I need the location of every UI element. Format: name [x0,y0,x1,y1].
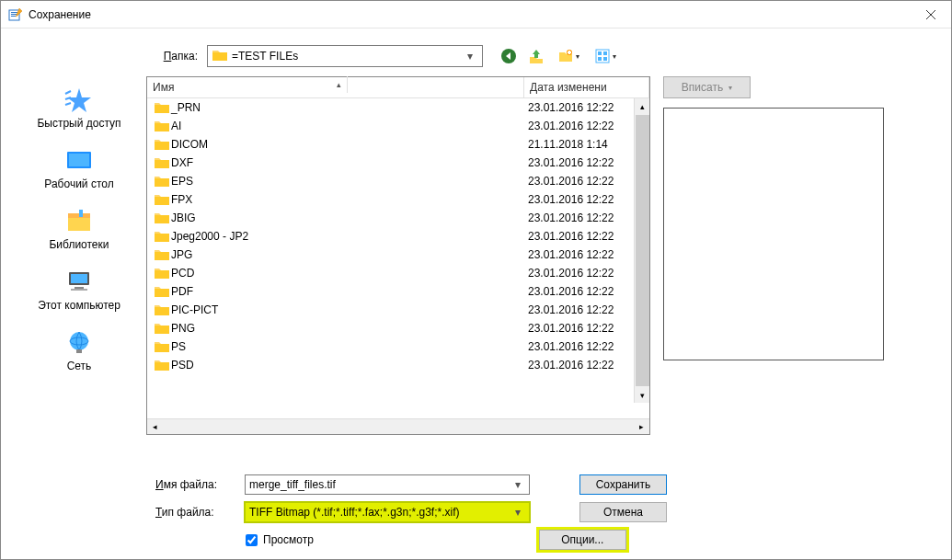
file-row[interactable]: PDF 23.01.2016 12:22 [147,282,649,301]
file-row[interactable]: DXF 23.01.2016 12:22 [147,154,649,172]
new-folder-button[interactable]: ▾ [553,46,584,66]
network-icon [62,328,97,358]
sidebar-item-label: Рабочий стол [44,177,113,190]
svg-rect-10 [71,274,87,283]
file-row[interactable]: JBIG 23.01.2016 12:22 [147,209,649,227]
chevron-down-icon: ▾ [728,84,732,92]
window-title: Сохранение [29,8,910,21]
fit-button[interactable]: Вписать ▾ [663,76,751,98]
folder-icon [153,228,171,245]
file-date: 23.01.2016 12:22 [528,230,614,243]
folder-icon [153,302,171,318]
file-date: 23.01.2016 12:22 [528,303,614,316]
scroll-thumb[interactable] [636,115,649,386]
file-row[interactable]: PCD 23.01.2016 12:22 [147,264,649,282]
places-sidebar: Быстрый доступ Рабочий стол Библиотеки Э… [19,45,139,550]
file-row[interactable]: _PRN 23.01.2016 12:22 [147,98,649,117]
filename-input[interactable]: merge_tiff_files.tif ▾ [245,474,530,495]
folder-icon [153,265,171,281]
file-row[interactable]: AI 23.01.2016 12:22 [147,117,649,135]
file-date: 21.11.2018 1:14 [528,138,608,151]
svg-rect-11 [75,287,84,289]
file-date: 23.01.2016 12:22 [528,211,614,224]
sidebar-item-label: Быстрый доступ [37,117,120,130]
file-row[interactable]: Jpeg2000 - JP2 23.01.2016 12:22 [147,227,649,246]
cancel-button[interactable]: Отмена [579,502,667,522]
file-name: FPX [171,193,528,206]
file-date: 23.01.2016 12:22 [528,120,614,132]
column-headers: Имя Дата изменени ▴ [147,77,649,98]
app-icon [8,7,23,22]
back-button[interactable] [498,46,520,66]
file-row[interactable]: PIC-PICT 23.01.2016 12:22 [147,301,649,319]
folder-icon [153,173,171,189]
file-name: PCD [171,267,528,280]
file-name: EPS [171,175,528,188]
column-modified[interactable]: Дата изменени [524,77,649,97]
preview-checkbox[interactable] [246,534,258,546]
sidebar-item-label: Этот компьютер [38,299,120,312]
file-date: 23.01.2016 12:22 [528,267,614,280]
sidebar-item-network[interactable]: Сеть [58,325,100,376]
save-button[interactable]: Сохранить [579,474,667,495]
filetype-label: Тип файла: [155,506,234,519]
file-row[interactable]: JPG 23.01.2016 12:22 [147,246,649,264]
file-name: JPG [171,248,528,261]
scroll-up-icon[interactable]: ▴ [635,98,650,114]
horizontal-scrollbar[interactable]: ◂ ▸ [147,418,649,434]
filename-label: Имя файла: [155,478,234,491]
file-date: 23.01.2016 12:22 [528,248,614,261]
file-date: 23.01.2016 12:22 [528,340,614,353]
svg-rect-12 [71,289,87,291]
quick-access-icon [62,86,97,115]
sidebar-item-desktop[interactable]: Рабочий стол [40,143,117,194]
folder-icon [153,246,171,263]
sidebar-item-quick-access[interactable]: Быстрый доступ [33,82,124,133]
file-date: 23.01.2016 12:22 [528,359,614,371]
sort-indicator-icon: ▴ [331,76,348,93]
file-date: 23.01.2016 12:22 [528,322,614,335]
scroll-left-icon[interactable]: ◂ [147,419,163,435]
file-row[interactable]: PNG 23.01.2016 12:22 [147,319,649,337]
filetype-select[interactable]: TIFF Bitmap (*.tif;*.tiff;*.fax;*.g3n;*.… [245,502,530,522]
file-name: AI [171,120,528,132]
computer-icon [62,268,97,297]
toolbar: ▾ ▾ [498,46,621,66]
svg-rect-22 [603,51,607,55]
folder-select[interactable]: =TEST FILEs ▾ [207,45,483,67]
options-button[interactable]: Опции... [539,530,626,550]
folder-icon [153,99,171,116]
dropdown-icon: ▾ [462,50,478,63]
file-list: Имя Дата изменени ▴ _PRN 23.01.2016 12:2… [146,76,650,435]
svg-rect-3 [11,16,16,17]
file-row[interactable]: PSD 23.01.2016 12:22 [147,356,649,374]
close-button[interactable] [910,2,951,28]
sidebar-item-label: Сеть [67,360,92,372]
vertical-scrollbar[interactable]: ▴ ▾ [634,98,649,403]
svg-rect-1 [11,12,17,13]
folder-icon [153,136,171,153]
file-row[interactable]: DICOM 21.11.2018 1:14 [147,135,649,154]
sidebar-item-libraries[interactable]: Библиотеки [45,203,112,255]
file-row[interactable]: PS 23.01.2016 12:22 [147,337,649,356]
folder-icon [153,118,171,134]
svg-rect-21 [598,51,602,55]
file-name: PNG [171,322,528,335]
save-dialog: Сохранение Быстрый доступ Рабочий стол [0,0,952,560]
folder-icon [153,357,171,373]
file-rows: _PRN 23.01.2016 12:22 AI 23.01.2016 12:2… [147,98,649,418]
file-row[interactable]: EPS 23.01.2016 12:22 [147,172,649,190]
scroll-right-icon[interactable]: ▸ [634,419,649,435]
folder-icon [153,154,171,171]
folder-icon [153,338,171,355]
folder-icon [212,48,228,64]
libraries-icon [62,207,97,236]
dropdown-icon: ▾ [510,506,525,519]
view-menu-button[interactable]: ▾ [590,46,621,66]
file-name: PS [171,340,528,353]
file-name: PIC-PICT [171,303,528,316]
up-button[interactable] [525,46,547,66]
file-row[interactable]: FPX 23.01.2016 12:22 [147,190,649,209]
sidebar-item-this-pc[interactable]: Этот компьютер [34,264,124,315]
scroll-down-icon[interactable]: ▾ [635,387,650,403]
